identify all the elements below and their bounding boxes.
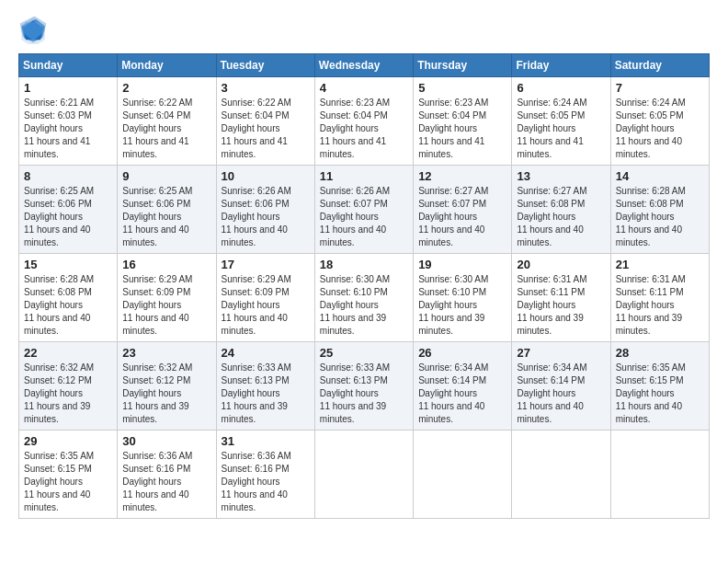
day-number: 6 xyxy=(517,81,605,95)
header-wednesday: Wednesday xyxy=(314,54,413,77)
day-number: 29 xyxy=(24,434,112,448)
calendar-cell: 19 Sunrise: 6:30 AM Sunset: 6:10 PM Dayl… xyxy=(414,254,512,342)
day-number: 5 xyxy=(418,81,506,95)
calendar-cell: 18 Sunrise: 6:30 AM Sunset: 6:10 PM Dayl… xyxy=(314,254,413,342)
calendar-cell: 20 Sunrise: 6:31 AM Sunset: 6:11 PM Dayl… xyxy=(512,254,610,342)
day-info: Sunrise: 6:25 AM Sunset: 6:06 PM Dayligh… xyxy=(24,185,112,249)
day-info: Sunrise: 6:21 AM Sunset: 6:03 PM Dayligh… xyxy=(24,97,112,161)
calendar-cell: 15 Sunrise: 6:28 AM Sunset: 6:08 PM Dayl… xyxy=(19,254,118,342)
day-number: 20 xyxy=(517,258,605,271)
calendar-cell: 23 Sunrise: 6:32 AM Sunset: 6:12 PM Dayl… xyxy=(118,342,216,431)
calendar-page: Sunday Monday Tuesday Wednesday Thursday… xyxy=(0,0,728,563)
day-info: Sunrise: 6:24 AM Sunset: 6:05 PM Dayligh… xyxy=(616,97,704,161)
day-number: 25 xyxy=(320,346,408,360)
day-number: 27 xyxy=(517,346,605,360)
header-tuesday: Tuesday xyxy=(216,54,314,77)
calendar-cell: 13 Sunrise: 6:27 AM Sunset: 6:08 PM Dayl… xyxy=(512,166,610,254)
day-info: Sunrise: 6:26 AM Sunset: 6:06 PM Dayligh… xyxy=(222,185,310,249)
calendar-cell: 21 Sunrise: 6:31 AM Sunset: 6:11 PM Dayl… xyxy=(610,254,709,342)
day-number: 21 xyxy=(616,258,704,271)
day-info: Sunrise: 6:30 AM Sunset: 6:10 PM Dayligh… xyxy=(320,273,408,338)
day-info: Sunrise: 6:32 AM Sunset: 6:12 PM Dayligh… xyxy=(24,362,112,426)
day-info: Sunrise: 6:26 AM Sunset: 6:07 PM Dayligh… xyxy=(320,185,408,249)
calendar-cell xyxy=(314,431,413,519)
calendar-cell: 7 Sunrise: 6:24 AM Sunset: 6:05 PM Dayli… xyxy=(610,77,709,166)
day-number: 24 xyxy=(222,346,310,360)
calendar-cell xyxy=(414,431,512,519)
day-info: Sunrise: 6:25 AM Sunset: 6:06 PM Dayligh… xyxy=(122,185,210,249)
day-number: 19 xyxy=(418,258,506,271)
day-number: 10 xyxy=(222,169,310,183)
logo xyxy=(18,15,51,44)
day-number: 22 xyxy=(24,346,112,360)
calendar-week-row: 29 Sunrise: 6:35 AM Sunset: 6:15 PM Dayl… xyxy=(19,431,710,519)
calendar-cell: 9 Sunrise: 6:25 AM Sunset: 6:06 PM Dayli… xyxy=(118,166,216,254)
day-info: Sunrise: 6:34 AM Sunset: 6:14 PM Dayligh… xyxy=(418,362,506,426)
calendar-cell: 31 Sunrise: 6:36 AM Sunset: 6:16 PM Dayl… xyxy=(216,431,314,519)
day-info: Sunrise: 6:31 AM Sunset: 6:11 PM Dayligh… xyxy=(517,273,605,338)
calendar-cell: 10 Sunrise: 6:26 AM Sunset: 6:06 PM Dayl… xyxy=(216,166,314,254)
day-info: Sunrise: 6:32 AM Sunset: 6:12 PM Dayligh… xyxy=(122,362,210,426)
calendar-cell: 25 Sunrise: 6:33 AM Sunset: 6:13 PM Dayl… xyxy=(314,342,413,431)
day-info: Sunrise: 6:36 AM Sunset: 6:16 PM Dayligh… xyxy=(122,450,210,514)
calendar-cell: 1 Sunrise: 6:21 AM Sunset: 6:03 PM Dayli… xyxy=(19,77,118,166)
header xyxy=(18,15,710,44)
calendar-cell: 5 Sunrise: 6:23 AM Sunset: 6:04 PM Dayli… xyxy=(414,77,512,166)
day-info: Sunrise: 6:29 AM Sunset: 6:09 PM Dayligh… xyxy=(222,273,310,338)
day-number: 31 xyxy=(222,434,310,448)
day-number: 28 xyxy=(616,346,704,360)
header-thursday: Thursday xyxy=(414,54,512,77)
day-info: Sunrise: 6:22 AM Sunset: 6:04 PM Dayligh… xyxy=(222,97,310,161)
day-info: Sunrise: 6:28 AM Sunset: 6:08 PM Dayligh… xyxy=(24,273,112,338)
calendar-header-row: Sunday Monday Tuesday Wednesday Thursday… xyxy=(19,54,710,77)
day-info: Sunrise: 6:23 AM Sunset: 6:04 PM Dayligh… xyxy=(418,97,506,161)
day-number: 4 xyxy=(320,81,408,95)
calendar-cell: 4 Sunrise: 6:23 AM Sunset: 6:04 PM Dayli… xyxy=(314,77,413,166)
day-number: 8 xyxy=(24,169,112,183)
day-info: Sunrise: 6:28 AM Sunset: 6:08 PM Dayligh… xyxy=(616,185,704,249)
day-number: 16 xyxy=(122,258,210,271)
calendar-cell: 29 Sunrise: 6:35 AM Sunset: 6:15 PM Dayl… xyxy=(19,431,118,519)
calendar-cell: 3 Sunrise: 6:22 AM Sunset: 6:04 PM Dayli… xyxy=(216,77,314,166)
day-info: Sunrise: 6:34 AM Sunset: 6:14 PM Dayligh… xyxy=(517,362,605,426)
calendar-cell: 14 Sunrise: 6:28 AM Sunset: 6:08 PM Dayl… xyxy=(610,166,709,254)
calendar-cell: 22 Sunrise: 6:32 AM Sunset: 6:12 PM Dayl… xyxy=(19,342,118,431)
day-info: Sunrise: 6:35 AM Sunset: 6:15 PM Dayligh… xyxy=(24,450,112,514)
day-number: 15 xyxy=(24,258,112,271)
day-info: Sunrise: 6:31 AM Sunset: 6:11 PM Dayligh… xyxy=(616,273,704,338)
day-number: 13 xyxy=(517,169,605,183)
calendar-week-row: 1 Sunrise: 6:21 AM Sunset: 6:03 PM Dayli… xyxy=(19,77,710,166)
calendar-cell xyxy=(610,431,709,519)
calendar-table: Sunday Monday Tuesday Wednesday Thursday… xyxy=(18,53,710,519)
calendar-cell: 8 Sunrise: 6:25 AM Sunset: 6:06 PM Dayli… xyxy=(19,166,118,254)
calendar-cell: 30 Sunrise: 6:36 AM Sunset: 6:16 PM Dayl… xyxy=(118,431,216,519)
calendar-cell: 24 Sunrise: 6:33 AM Sunset: 6:13 PM Dayl… xyxy=(216,342,314,431)
day-number: 3 xyxy=(222,81,310,95)
calendar-cell: 6 Sunrise: 6:24 AM Sunset: 6:05 PM Dayli… xyxy=(512,77,610,166)
day-info: Sunrise: 6:23 AM Sunset: 6:04 PM Dayligh… xyxy=(320,97,408,161)
calendar-cell: 17 Sunrise: 6:29 AM Sunset: 6:09 PM Dayl… xyxy=(216,254,314,342)
day-info: Sunrise: 6:22 AM Sunset: 6:04 PM Dayligh… xyxy=(122,97,210,161)
calendar-week-row: 22 Sunrise: 6:32 AM Sunset: 6:12 PM Dayl… xyxy=(19,342,710,431)
calendar-cell: 11 Sunrise: 6:26 AM Sunset: 6:07 PM Dayl… xyxy=(314,166,413,254)
calendar-cell xyxy=(512,431,610,519)
day-info: Sunrise: 6:24 AM Sunset: 6:05 PM Dayligh… xyxy=(517,97,605,161)
calendar-cell: 26 Sunrise: 6:34 AM Sunset: 6:14 PM Dayl… xyxy=(414,342,512,431)
day-info: Sunrise: 6:30 AM Sunset: 6:10 PM Dayligh… xyxy=(418,273,506,338)
day-number: 12 xyxy=(418,169,506,183)
calendar-cell: 16 Sunrise: 6:29 AM Sunset: 6:09 PM Dayl… xyxy=(118,254,216,342)
calendar-week-row: 8 Sunrise: 6:25 AM Sunset: 6:06 PM Dayli… xyxy=(19,166,710,254)
day-number: 11 xyxy=(320,169,408,183)
day-info: Sunrise: 6:36 AM Sunset: 6:16 PM Dayligh… xyxy=(222,450,310,514)
header-sunday: Sunday xyxy=(19,54,118,77)
calendar-cell: 27 Sunrise: 6:34 AM Sunset: 6:14 PM Dayl… xyxy=(512,342,610,431)
day-number: 7 xyxy=(616,81,704,95)
day-info: Sunrise: 6:29 AM Sunset: 6:09 PM Dayligh… xyxy=(122,273,210,338)
day-number: 18 xyxy=(320,258,408,271)
day-number: 1 xyxy=(24,81,112,95)
day-number: 9 xyxy=(122,169,210,183)
day-info: Sunrise: 6:33 AM Sunset: 6:13 PM Dayligh… xyxy=(222,362,310,426)
header-friday: Friday xyxy=(512,54,610,77)
calendar-cell: 12 Sunrise: 6:27 AM Sunset: 6:07 PM Dayl… xyxy=(414,166,512,254)
header-saturday: Saturday xyxy=(610,54,709,77)
